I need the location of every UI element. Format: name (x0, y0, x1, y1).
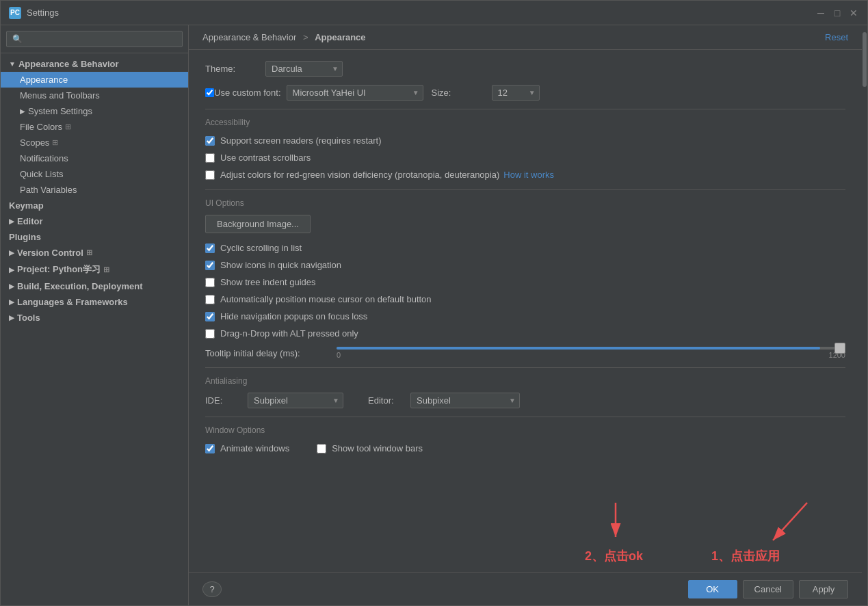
cyclic-scrolling-checkbox[interactable] (205, 243, 215, 253)
font-dropdown-wrap: Microsoft YaHei UI Arial Consolas ▼ (287, 85, 423, 101)
custom-font-row: Use custom font: Microsoft YaHei UI Aria… (205, 85, 845, 101)
sidebar-item-version-control[interactable]: ▶ Version Control ⊞ (1, 245, 188, 261)
ide-label: IDE: (205, 395, 239, 406)
app-icon: PC (9, 7, 21, 19)
sidebar-item-project-python[interactable]: ▶ Project: Python学习 ⊞ (1, 261, 188, 278)
custom-font-checkbox[interactable] (205, 88, 214, 97)
main-panel: Appearance & Behavior > Appearance Reset… (189, 25, 862, 605)
show-icons-quick-checkbox[interactable] (205, 261, 215, 270)
drag-drop-alt-row: Drag-n-Drop with ALT pressed only (205, 327, 845, 340)
help-button[interactable]: ? (202, 581, 222, 597)
main-content-area: ▼ Appearance & Behavior Appearance Menus… (1, 25, 867, 605)
footer: ? OK Cancel Apply 1、点击应用 2、点击ok (189, 572, 862, 605)
screen-readers-checkbox[interactable] (205, 136, 215, 146)
sidebar-item-appearance[interactable]: Appearance (1, 72, 188, 88)
breadcrumb-current: Appearance (315, 32, 365, 42)
sidebar-item-notifications[interactable]: Notifications (1, 150, 188, 166)
ok-button[interactable]: OK (688, 580, 737, 598)
search-input[interactable] (6, 31, 183, 47)
settings-window: PC Settings ─ □ ✕ ▼ Appearance & Behavio… (0, 0, 868, 606)
animate-windows-checkbox[interactable] (205, 444, 215, 453)
sidebar-item-system-settings[interactable]: ▶ System Settings (1, 103, 188, 119)
accessibility-title: Accessibility (205, 118, 845, 127)
apply-button[interactable]: Apply (799, 580, 848, 598)
theme-select[interactable]: Darcula IntelliJ Light High contrast (265, 61, 343, 77)
sidebar-item-keymap[interactable]: Keymap (1, 198, 188, 213)
editor-antialiasing-select[interactable]: None Greyscale Subpixel (410, 393, 520, 408)
sidebar-item-languages-frameworks[interactable]: ▶ Languages & Frameworks (1, 294, 188, 310)
how-it-works-link[interactable]: How it works (503, 170, 554, 180)
editor-dropdown-wrap: None Greyscale Subpixel ▼ (410, 393, 520, 408)
sidebar-item-tools[interactable]: ▶ Tools (1, 310, 188, 326)
slider-track (337, 347, 845, 350)
theme-row: Theme: Darcula IntelliJ Light High contr… (205, 61, 845, 77)
custom-font-label: Use custom font: (214, 88, 281, 98)
divider-accessibility (205, 109, 845, 109)
tools-arrow: ▶ (9, 314, 14, 321)
cyclic-scrolling-label: Cyclic scrolling in list (220, 243, 302, 253)
reset-button[interactable]: Reset (825, 32, 848, 42)
minimize-button[interactable]: ─ (815, 8, 826, 18)
cancel-button[interactable]: Cancel (743, 580, 793, 598)
sidebar-item-build-execution[interactable]: ▶ Build, Execution, Deployment (1, 278, 188, 294)
maximize-button[interactable]: □ (832, 8, 843, 18)
settings-content: Theme: Darcula IntelliJ Light High contr… (189, 50, 862, 572)
sidebar-item-scopes[interactable]: Scopes ⊞ (1, 135, 188, 150)
drag-drop-alt-checkbox[interactable] (205, 329, 215, 339)
vertical-scrollbar[interactable] (862, 25, 867, 605)
contrast-scrollbars-checkbox[interactable] (205, 153, 215, 163)
screen-readers-label: Support screen readers (requires restart… (220, 135, 382, 146)
ide-dropdown-wrap: None Greyscale Subpixel ▼ (248, 393, 343, 408)
sidebar-item-quick-lists[interactable]: Quick Lists (1, 166, 188, 182)
main-header: Appearance & Behavior > Appearance Reset (189, 25, 862, 50)
window-options-checkboxes: Animate windows Show tool window bars (205, 442, 845, 459)
drag-drop-alt-label: Drag-n-Drop with ALT pressed only (220, 328, 358, 339)
slider-container: 0 1200 (337, 347, 845, 359)
contrast-scrollbars-row: Use contrast scrollbars (205, 151, 845, 164)
sidebar-item-editor[interactable]: ▶ Editor (1, 213, 188, 229)
color-deficiency-checkbox[interactable] (205, 170, 215, 180)
show-tree-indent-row: Show tree indent guides (205, 276, 845, 289)
sidebar: ▼ Appearance & Behavior Appearance Menus… (1, 25, 189, 605)
scrollbar-thumb[interactable] (863, 32, 867, 87)
sidebar-item-menus-toolbars[interactable]: Menus and Toolbars (1, 88, 188, 103)
breadcrumb: Appearance & Behavior > Appearance (202, 32, 366, 42)
lang-arrow: ▶ (9, 298, 14, 306)
sidebar-item-plugins[interactable]: Plugins (1, 229, 188, 245)
hide-nav-popups-label: Hide navigation popups on focus loss (220, 311, 367, 321)
search-box (1, 25, 188, 53)
antialiasing-title: Antialiasing (205, 376, 845, 386)
sidebar-item-file-colors[interactable]: File Colors ⊞ (1, 119, 188, 135)
hide-nav-popups-checkbox[interactable] (205, 312, 215, 321)
show-tree-indent-checkbox[interactable] (205, 278, 215, 287)
show-tool-window-bars-row: Show tool window bars (317, 442, 423, 455)
breadcrumb-parent: Appearance & Behavior (202, 32, 296, 42)
show-tool-window-bars-checkbox[interactable] (317, 444, 326, 453)
file-colors-icon: ⊞ (65, 122, 71, 131)
sidebar-item-path-variables[interactable]: Path Variables (1, 182, 188, 198)
system-settings-arrow: ▶ (20, 107, 25, 115)
ide-antialiasing-select[interactable]: None Greyscale Subpixel (248, 393, 343, 408)
window-controls: ─ □ ✕ (815, 8, 859, 18)
show-tree-indent-label: Show tree indent guides (220, 277, 315, 287)
slider-fill (337, 347, 820, 350)
contrast-scrollbars-label: Use contrast scrollbars (220, 153, 311, 163)
background-image-button[interactable]: Background Image... (205, 215, 311, 233)
theme-dropdown-wrap: Darcula IntelliJ Light High contrast ▼ (265, 61, 343, 77)
auto-position-mouse-label: Automatically position mouse cursor on d… (220, 294, 432, 304)
main-wrapper: Appearance & Behavior > Appearance Reset… (189, 25, 867, 605)
vc-arrow: ▶ (9, 249, 14, 256)
tooltip-row: Tooltip initial delay (ms): 0 1200 (205, 347, 845, 359)
font-select[interactable]: Microsoft YaHei UI Arial Consolas (287, 85, 423, 101)
breadcrumb-separator: > (303, 32, 308, 42)
theme-label: Theme: (205, 64, 260, 74)
size-dropdown-wrap: 10 11 12 13 14 ▼ (492, 85, 540, 101)
sidebar-item-appearance-behavior[interactable]: ▼ Appearance & Behavior (1, 56, 188, 72)
nav-section: ▼ Appearance & Behavior Appearance Menus… (1, 53, 188, 328)
close-button[interactable]: ✕ (848, 8, 859, 18)
size-select[interactable]: 10 11 12 13 14 (492, 85, 540, 101)
footer-buttons: OK Cancel Apply (688, 580, 848, 598)
project-icon: ⊞ (103, 265, 109, 274)
auto-position-mouse-checkbox[interactable] (205, 295, 215, 304)
slider-thumb[interactable] (834, 343, 845, 354)
